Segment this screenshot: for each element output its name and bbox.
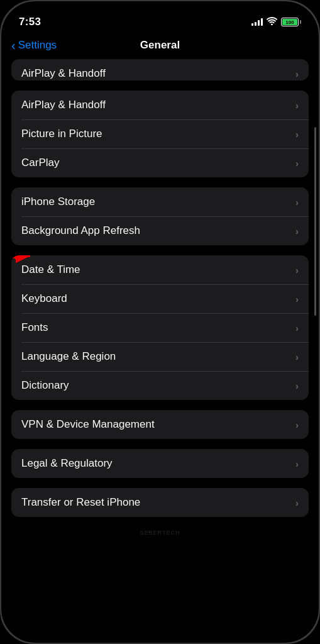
list-item[interactable]: AirPlay & Handoff › [11,59,309,80]
row-label: iPhone Storage [21,196,95,208]
chevron-right-icon: › [295,323,299,333]
phone-shell: 7:53 100 [0,0,320,644]
row-right: › [295,352,299,362]
group-transfer: Transfer or Reset iPhone › [11,488,309,517]
row-right: › [295,69,299,79]
row-right: › [295,419,299,430]
row-label: Date & Time [21,264,80,276]
watermark: SEBERTECH [11,527,309,538]
chevron-right-icon: › [295,294,299,304]
row-label: Transfer or Reset iPhone [21,496,140,509]
chevron-right-icon: › [295,419,299,430]
signal-bar-2 [255,22,257,26]
list-item[interactable]: Keyboard › [11,284,309,313]
chevron-right-icon: › [295,69,299,79]
row-right: › [295,226,299,236]
signal-bar-4 [261,18,263,26]
nav-title: General [140,39,180,52]
list-item[interactable]: Fonts › [11,313,309,342]
row-right: › [295,380,299,391]
group-legal: Legal & Regulatory › [11,449,309,478]
chevron-right-icon: › [295,458,299,469]
group-vpn: VPN & Device Management › [11,410,309,439]
back-button[interactable]: ‹ Settings [11,39,57,52]
battery-percent: 100 [285,19,294,25]
chevron-right-icon: › [295,380,299,391]
row-label: Dictionary [21,379,69,392]
chevron-right-icon: › [295,129,299,140]
row-label: Fonts [21,321,48,334]
date-time-row[interactable]: Date & Time › [11,255,309,284]
row-label: AirPlay & Handoff [21,67,106,80]
group-device: Date & Time › [11,255,309,400]
battery-tip [300,20,301,24]
signal-bar-1 [251,23,253,26]
scroll-content[interactable]: AirPlay & Handoff › AirPlay & Handoff › … [1,59,319,631]
chevron-right-icon: › [295,197,299,208]
list-item[interactable]: Dictionary › [11,371,309,400]
list-item[interactable]: Transfer or Reset iPhone › [11,488,309,517]
battery-icon: 100 [281,18,301,26]
list-item[interactable]: CarPlay › [11,148,309,177]
row-right: › [295,323,299,333]
list-item[interactable]: iPhone Storage › [11,187,309,216]
group-storage: iPhone Storage › Background App Refresh … [11,187,309,245]
dynamic-island [123,9,198,30]
row-label: Keyboard [21,292,67,305]
row-label: Language & Region [21,350,116,363]
list-item[interactable]: Background App Refresh › [11,216,309,245]
list-item[interactable]: Language & Region › [11,342,309,371]
battery-body: 100 [281,18,299,26]
row-right: › [295,294,299,304]
list-item[interactable]: AirPlay & Handoff › [11,91,309,119]
wifi-icon [267,17,277,27]
row-label: Background App Refresh [21,225,140,237]
row-right: › [295,197,299,208]
row-label: Legal & Regulatory [21,457,113,470]
back-chevron-icon: ‹ [11,39,16,52]
signal-icon [251,18,263,26]
list-item[interactable]: Picture in Picture › [11,119,309,148]
row-right: › [295,497,299,508]
status-bar: 7:53 100 [1,1,319,34]
row-label: Picture in Picture [21,128,102,140]
group-airplay-main: AirPlay & Handoff › Picture in Picture ›… [11,91,309,177]
status-time: 7:53 [19,16,41,28]
chevron-right-icon: › [295,265,299,275]
row-right: › [295,129,299,140]
signal-bar-3 [258,20,260,26]
list-item[interactable]: VPN & Device Management › [11,410,309,439]
row-label: CarPlay [21,157,59,169]
row-right: › [295,100,299,111]
scroll-indicator [314,127,316,316]
chevron-right-icon: › [295,158,299,169]
list-item[interactable]: Legal & Regulatory › [11,449,309,478]
chevron-right-icon: › [295,100,299,111]
row-right: › [295,158,299,169]
nav-header: ‹ Settings General [1,34,319,59]
back-label: Settings [18,39,57,52]
chevron-right-icon: › [295,497,299,508]
chevron-right-icon: › [295,352,299,362]
row-label: VPN & Device Management [21,418,155,431]
screen: 7:53 100 [1,1,319,643]
chevron-right-icon: › [295,226,299,236]
row-right: › [295,265,299,275]
status-icons: 100 [251,17,301,27]
row-right: › [295,458,299,469]
group-partial: AirPlay & Handoff › [11,59,309,80]
row-label: AirPlay & Handoff [21,99,106,111]
